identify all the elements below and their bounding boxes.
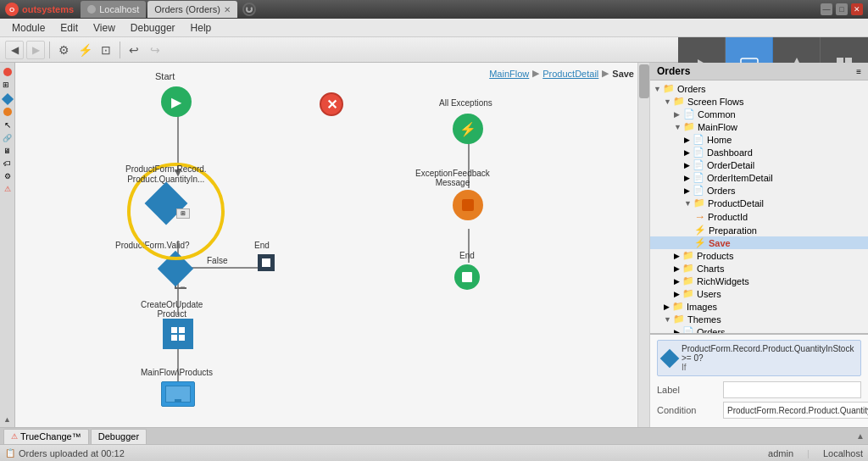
ls-orange-icon	[3, 108, 12, 116]
tree-item-orders-mainflow[interactable]: ▶ 📄 Orders	[650, 184, 868, 197]
end-false-label: End	[254, 241, 270, 250]
ls-link-icon[interactable]: 🔗	[3, 134, 12, 142]
status-server: Localhost	[823, 448, 863, 458]
settings-button[interactable]: ⚙	[54, 41, 73, 59]
menu-bar: Module Edit View Debugger Help	[0, 19, 868, 37]
run-button[interactable]: ⚡	[75, 41, 94, 59]
minimize-button[interactable]: —	[821, 3, 832, 15]
tab-truechange[interactable]: ⚠ TrueChange™	[3, 429, 89, 444]
ls-warning-icon: ⚠	[4, 185, 11, 193]
tree-item-home[interactable]: ▶ 📄 Home	[650, 133, 868, 146]
status-bar: 📋 Orders uploaded at 00:12 admin | Local…	[0, 444, 868, 461]
tab-debugger[interactable]: Debugger	[91, 429, 147, 444]
props-panel: ProductForm.Record.Product.QuantityInSto…	[650, 333, 868, 427]
create-update-label: CreateOrUpdateProduct	[141, 300, 203, 319]
end-false-node[interactable]	[258, 254, 275, 271]
svg-rect-19	[179, 335, 185, 341]
tree-item-save[interactable]: ⚡ Save	[650, 236, 868, 249]
back-button[interactable]: ◀	[5, 41, 24, 59]
tree-item-products[interactable]: ▶ 📁 Products	[650, 249, 868, 262]
bottom-expand-icon[interactable]: ▲	[856, 431, 865, 441]
product-form-node[interactable]: ProductForm.Record.Product.QuantityIn...…	[125, 164, 207, 219]
screen-node[interactable]	[161, 381, 195, 407]
tree-item-dashboard[interactable]: ▶ 📄 Dashboard	[650, 146, 868, 158]
status-message: 📋 Orders uploaded at 00:12	[5, 448, 125, 458]
ls-expand-icon[interactable]: ▲	[3, 415, 11, 424]
close-button[interactable]: ✕	[851, 3, 863, 15]
props-node-text: ProductForm.Record.Product.QuantityInSto…	[682, 344, 855, 363]
exception-feedback-label: ExceptionFeedbackMessage	[415, 169, 490, 187]
tree-item-themes[interactable]: ▼ 📁 Themes	[650, 313, 868, 325]
bottom-tabs: ⚠ TrueChange™ Debugger ▲	[0, 427, 868, 444]
tree-item-productid[interactable]: → ProductId	[650, 209, 868, 224]
tree-header: Orders ≡	[650, 63, 868, 81]
ls-tag-icon[interactable]: 🏷	[3, 159, 11, 168]
status-user: admin	[768, 448, 793, 458]
prop-value-condition[interactable]: ProductForm.Record.Product.QuantityIn...…	[723, 402, 868, 419]
breadcrumb-mainflow[interactable]: MainFlow	[489, 69, 529, 79]
tree-item-orders-themes[interactable]: ▶ 📄 Orders	[650, 325, 868, 333]
tree-item-screen-flows[interactable]: ▼ 📁 Screen Flows	[650, 95, 868, 108]
left-sidebar: ⊞ ↖ 🔗 🖥 🏷 ⚙ ⚠ ▲	[0, 63, 15, 427]
tree-item-preparation[interactable]: ⚡ Preparation	[650, 224, 868, 236]
error-x-button[interactable]: ✕	[320, 92, 343, 116]
ls-screen-icon[interactable]: 🖥	[3, 147, 11, 155]
prop-row-condition: Condition ProductForm.Record.Product.Qua…	[657, 402, 861, 419]
prop-label-condition: Condition	[657, 405, 716, 415]
tab-orders[interactable]: Orders (Orders) ✕	[147, 1, 237, 18]
mainflow-products-label: MainFlow\Products	[141, 368, 213, 377]
redo-button[interactable]: ↪	[146, 41, 164, 59]
menu-help[interactable]: Help	[184, 20, 219, 36]
tree-item-common[interactable]: ▶ 📄 Common	[650, 108, 868, 120]
prop-value-label[interactable]	[723, 381, 861, 398]
tree-item-orders-root[interactable]: ▼ 📁 Orders	[650, 82, 868, 95]
menu-debugger[interactable]: Debugger	[124, 20, 182, 36]
tab-localhost[interactable]: Localhost	[81, 1, 146, 18]
create-update-node[interactable]	[163, 319, 193, 349]
ls-red-icon	[3, 68, 12, 76]
tree-item-productdetail[interactable]: ▼ 📁 ProductDetail	[650, 197, 868, 209]
ls-grid-icon[interactable]: ⊞	[3, 81, 13, 91]
exception-orange-node[interactable]	[453, 190, 483, 220]
false-label: False	[207, 256, 227, 265]
window-controls: — □ ✕	[821, 3, 863, 15]
forward-button[interactable]: ▶	[26, 41, 45, 59]
svg-rect-16	[171, 327, 177, 333]
tree-item-orderitemdetail[interactable]: ▶ 📄 OrderItemDetail	[650, 171, 868, 184]
end-main-label: End	[459, 251, 475, 260]
menu-view[interactable]: View	[86, 20, 122, 36]
breadcrumb-save: Save	[612, 69, 634, 79]
debug-button[interactable]: ⊡	[97, 41, 115, 59]
exception-lightning-node[interactable]: ⚡	[453, 114, 483, 144]
tree-options-icon[interactable]: ≡	[856, 67, 861, 76]
ls-cursor-icon[interactable]: ↖	[4, 120, 11, 130]
canvas-scrollbar[interactable]	[637, 63, 649, 427]
tree-item-charts[interactable]: ▶ 📁 Charts	[650, 262, 868, 275]
app-logo: O outsystems	[5, 3, 74, 16]
ls-diamond-icon[interactable]	[1, 93, 13, 105]
tree-item-users[interactable]: ▶ 📁 Users	[650, 287, 868, 300]
end-main-node[interactable]	[454, 264, 480, 290]
svg-rect-17	[179, 327, 185, 333]
menu-module[interactable]: Module	[5, 20, 52, 36]
toolbar-separator-2	[120, 42, 120, 58]
start-node[interactable]: ▶	[161, 86, 192, 117]
ls-gear-icon[interactable]: ⚙	[4, 172, 11, 181]
undo-button[interactable]: ↩	[125, 41, 143, 59]
status-sep: |	[807, 448, 810, 458]
prop-label-label: Label	[657, 385, 716, 395]
tab-loading	[242, 3, 256, 16]
app-name: outsystems	[22, 4, 74, 14]
menu-edit[interactable]: Edit	[53, 20, 85, 36]
maximize-button[interactable]: □	[836, 3, 848, 15]
tree-item-richwidgets-1[interactable]: ▶ 📁 RichWidgets	[650, 275, 868, 287]
right-panel: Orders ≡ ▼ 📁 Orders ▼ 📁 Screen Flows	[649, 63, 868, 427]
tree-item-orderdetail[interactable]: ▶ 📄 OrderDetail	[650, 158, 868, 171]
tree-item-images[interactable]: ▶ 📁 Images	[650, 300, 868, 313]
breadcrumb-productdetail[interactable]: ProductDetail	[542, 69, 598, 79]
svg-rect-18	[171, 335, 177, 341]
breadcrumb: MainFlow ▶ ProductDetail ▶ Save	[489, 68, 634, 79]
tab-close-icon[interactable]: ✕	[224, 5, 231, 14]
title-bar: O outsystems Localhost Orders (Orders) ✕…	[0, 0, 868, 19]
tree-item-mainflow[interactable]: ▼ 📁 MainFlow	[650, 120, 868, 133]
